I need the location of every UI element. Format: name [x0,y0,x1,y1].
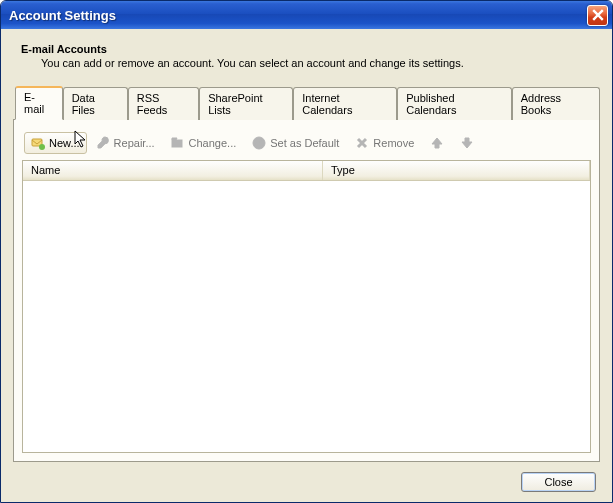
arrow-down-icon [460,136,474,150]
titlebar[interactable]: Account Settings [1,1,612,29]
button-label: Set as Default [270,137,339,149]
tab-address-books[interactable]: Address Books [512,87,600,120]
tab-label: SharePoint Lists [208,92,262,116]
repair-button[interactable]: Repair... [89,132,162,154]
tab-label: Address Books [521,92,561,116]
tab-internet-calendars[interactable]: Internet Calendars [293,87,397,120]
list-header: Name Type [23,161,590,181]
move-down-button[interactable] [453,132,481,154]
client-area: E-mail Accounts You can add or remove an… [1,29,612,502]
svg-point-1 [39,144,45,150]
list-body [23,181,590,452]
tab-published-calendars[interactable]: Published Calendars [397,87,511,120]
set-default-button[interactable]: Set as Default [245,132,346,154]
dialog-footer: Close [13,462,600,492]
page-description: You can add or remove an account. You ca… [41,57,592,69]
close-icon [592,9,604,21]
move-up-button[interactable] [423,132,451,154]
tab-panel-email: New... Repair... Change... [13,119,600,462]
tab-label: RSS Feeds [137,92,168,116]
toolbar: New... Repair... Change... [22,128,591,160]
tab-rss-feeds[interactable]: RSS Feeds [128,87,199,120]
check-circle-icon [252,136,266,150]
button-label: New... [49,137,80,149]
tab-label: Data Files [72,92,95,116]
button-label: Close [544,476,572,488]
tabstrip: E-mail Data Files RSS Feeds SharePoint L… [13,85,600,119]
delete-x-icon [355,136,369,150]
tab-email[interactable]: E-mail [15,86,63,120]
svg-rect-2 [172,140,182,147]
tab-label: Published Calendars [406,92,456,116]
button-label: Repair... [114,137,155,149]
new-button[interactable]: New... [24,132,87,154]
close-window-button[interactable] [587,5,608,26]
change-button[interactable]: Change... [164,132,244,154]
button-label: Change... [189,137,237,149]
wrench-icon [96,136,110,150]
tab-label: E-mail [24,91,44,115]
tab-data-files[interactable]: Data Files [63,87,128,120]
remove-button[interactable]: Remove [348,132,421,154]
accounts-list[interactable]: Name Type [22,160,591,453]
window-title: Account Settings [9,8,587,23]
mail-new-icon [31,136,45,150]
close-button[interactable]: Close [521,472,596,492]
account-settings-window: Account Settings E-mail Accounts You can… [0,0,613,503]
arrow-up-icon [430,136,444,150]
tab-label: Internet Calendars [302,92,352,116]
page-header: E-mail Accounts You can add or remove an… [13,43,600,85]
column-header-type[interactable]: Type [323,161,590,180]
folder-edit-icon [171,136,185,150]
button-label: Remove [373,137,414,149]
page-title: E-mail Accounts [21,43,592,55]
tab-sharepoint-lists[interactable]: SharePoint Lists [199,87,293,120]
column-header-name[interactable]: Name [23,161,323,180]
